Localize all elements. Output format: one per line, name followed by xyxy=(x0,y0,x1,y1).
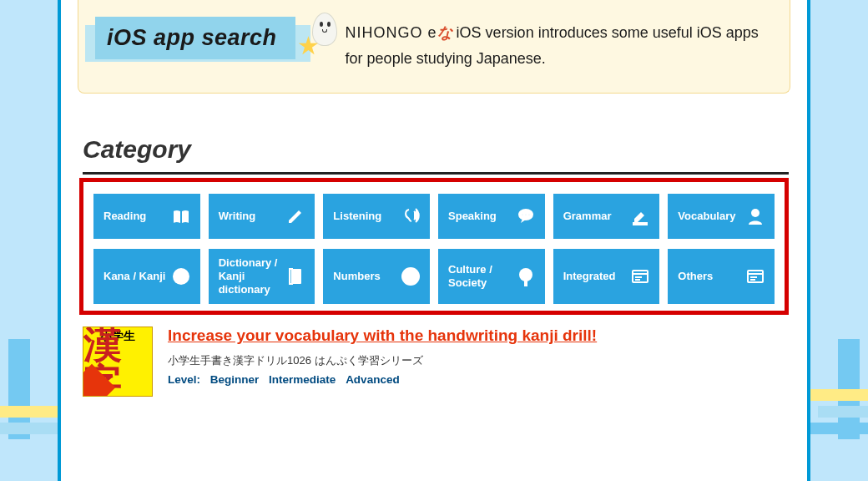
category-tile-reading[interactable]: Reading xyxy=(93,194,200,239)
dict-icon xyxy=(285,266,306,287)
svg-rect-9 xyxy=(290,269,292,284)
ear-icon xyxy=(400,205,421,227)
pencil-icon xyxy=(285,205,306,227)
window-icon xyxy=(629,266,651,287)
category-grid: ReadingWritingListeningSpeakingGrammarVo… xyxy=(79,178,789,315)
mascot-icon: ★ xyxy=(312,13,337,46)
page-description: NIHONGO eな iOS version introduces some u… xyxy=(295,17,771,71)
fan-icon xyxy=(515,266,537,287)
category-tile-culture-society[interactable]: Culture / Society xyxy=(438,249,545,304)
category-tile-speaking[interactable]: Speaking xyxy=(438,194,545,239)
category-tile-dictionary-kanji-dictionary[interactable]: Dictionary / Kanji dictionary xyxy=(209,249,315,304)
category-label: Dictionary / Kanji dictionary xyxy=(219,256,285,297)
window2-icon xyxy=(744,266,766,287)
category-tile-kana-kanji[interactable]: Kana / Kanjiあ xyxy=(93,249,200,304)
category-label: Numbers xyxy=(333,270,380,283)
category-tile-listening[interactable]: Listening xyxy=(323,194,430,239)
svg-point-1 xyxy=(521,214,523,216)
123-icon: 123 xyxy=(400,266,421,287)
category-tile-others[interactable]: Others xyxy=(668,249,775,304)
category-heading: Category xyxy=(83,135,789,175)
speech-icon xyxy=(515,205,537,227)
category-tile-vocabulary[interactable]: Vocabulary xyxy=(668,194,775,239)
svg-point-5 xyxy=(751,209,760,217)
category-tile-grammar[interactable]: Grammar xyxy=(553,194,660,239)
category-label: Others xyxy=(678,270,713,283)
a-circle-icon: あ xyxy=(170,266,192,287)
page-content: iOS app search ★ NIHONGO eな iOS version … xyxy=(58,0,810,481)
highlighter-icon xyxy=(629,205,651,227)
category-label: Grammar xyxy=(563,210,612,223)
page-header: iOS app search ★ NIHONGO eな iOS version … xyxy=(78,0,790,94)
category-label: Kana / Kanji xyxy=(103,270,165,283)
category-label: Integrated xyxy=(563,270,616,283)
article-thumbnail[interactable]: 小学生 漢字 xyxy=(83,327,153,397)
svg-text:あ: あ xyxy=(175,270,187,283)
page-title-badge: iOS app search ★ xyxy=(95,17,295,71)
article-item: 小学生 漢字 Increase your vocabulary with the… xyxy=(79,315,789,397)
category-label: Culture / Society xyxy=(448,263,515,291)
category-tile-writing[interactable]: Writing xyxy=(209,194,315,239)
article-title-link[interactable]: Increase your vocabulary with the handwr… xyxy=(168,327,597,345)
svg-text:123: 123 xyxy=(405,272,417,281)
category-label: Speaking xyxy=(448,210,497,223)
category-label: Listening xyxy=(333,210,381,223)
category-label: Vocabulary xyxy=(678,210,735,223)
category-label: Reading xyxy=(103,210,146,223)
article-subtitle: 小学生手書き漢字ドリル1026 はんぷく学習シリーズ xyxy=(168,353,597,368)
svg-rect-4 xyxy=(633,223,647,225)
svg-point-3 xyxy=(527,214,530,216)
svg-point-2 xyxy=(524,214,527,216)
head-icon xyxy=(744,205,766,227)
page-title: iOS app search xyxy=(107,25,277,50)
svg-rect-13 xyxy=(525,280,527,286)
category-tile-integrated[interactable]: Integrated xyxy=(553,249,660,304)
category-tile-numbers[interactable]: Numbers123 xyxy=(323,249,430,304)
article-levels: Level: Beginner Intermediate Advanced xyxy=(168,373,597,386)
book-icon xyxy=(170,205,192,227)
category-label: Writing xyxy=(219,210,256,223)
